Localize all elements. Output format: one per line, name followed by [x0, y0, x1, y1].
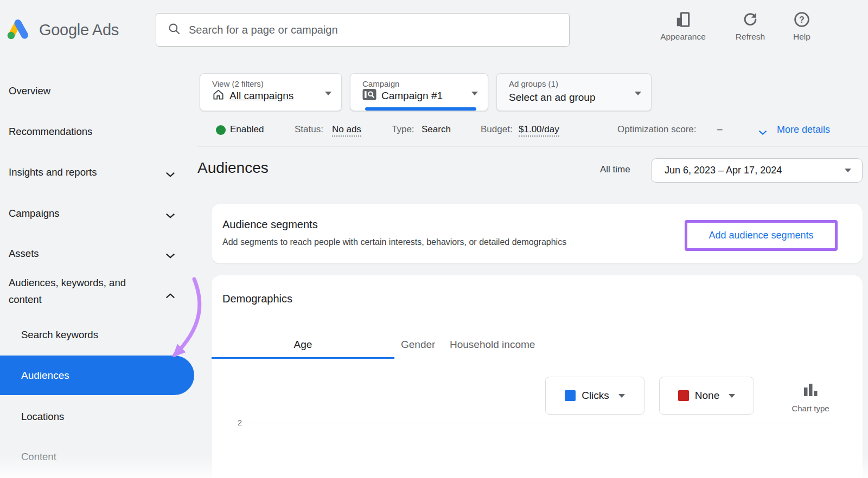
secondary-metric-dropdown[interactable]: None: [659, 377, 754, 415]
budget-label: Budget:: [481, 124, 513, 135]
home-icon: [212, 88, 225, 104]
demographics-card: Demographics Age Gender Household income…: [212, 275, 863, 478]
optimization-score-value: –: [717, 124, 722, 135]
primary-metric-value: Clicks: [582, 390, 609, 402]
campaign-state: Enabled: [230, 124, 264, 135]
ad-group-filter-dropdown[interactable]: Ad groups (1) Select an ad group: [496, 73, 652, 111]
chart-type-button[interactable]: Chart type: [779, 381, 842, 413]
campaign-filter-value: Campaign #1: [381, 90, 443, 102]
dropdown-caret-icon: [729, 394, 735, 398]
ad-group-filter-value: Select an ad group: [509, 92, 596, 104]
view-filter-dropdown[interactable]: View (2 filters) All campaigns: [200, 73, 342, 111]
brand-title: Google Ads: [39, 21, 119, 39]
svg-text:?: ?: [799, 15, 805, 24]
google-ads-logo-icon: [4, 16, 31, 43]
appearance-icon: [653, 10, 713, 29]
chevron-down-icon[interactable]: [165, 170, 175, 179]
chart-gridline: [250, 423, 832, 423]
tab-household-income[interactable]: Household income: [450, 339, 535, 351]
sidebar-item-campaigns[interactable]: Campaigns: [9, 208, 60, 219]
chevron-down-icon[interactable]: [165, 211, 175, 221]
chart-type-label: Chart type: [779, 404, 842, 413]
sidebar-item-content[interactable]: Content: [21, 451, 56, 463]
bar-chart-icon: [802, 392, 819, 401]
sidebar-item-insights-and-reports[interactable]: Insights and reports: [9, 166, 97, 178]
help-button[interactable]: ? Help: [779, 10, 825, 42]
google-ads-logo: Google Ads: [4, 16, 119, 43]
sidebar-item-overview[interactable]: Overview: [9, 85, 50, 97]
enabled-status-dot: [216, 125, 226, 135]
add-audience-segments-button[interactable]: Add audience segments: [709, 230, 813, 241]
topbar: Google Ads Appearance: [0, 0, 868, 60]
dropdown-caret-icon: [618, 394, 625, 398]
optimization-score-label: Optimization score:: [617, 124, 697, 135]
audience-segments-card: Audience segments Add segments to reach …: [212, 204, 863, 263]
refresh-label: Refresh: [727, 32, 774, 42]
ad-group-filter-label: Ad groups (1): [509, 79, 558, 88]
view-filter-value: All campaigns: [229, 90, 293, 102]
date-range-picker[interactable]: Jun 6, 2023 – Apr 17, 2024: [651, 158, 863, 183]
chevron-down-icon[interactable]: [758, 127, 767, 138]
audience-segments-description: Add segments to reach people with certai…: [222, 237, 566, 247]
type-value: Search: [422, 124, 451, 135]
view-filter-label: View (2 filters): [212, 79, 264, 88]
audience-segments-title: Audience segments: [222, 218, 318, 231]
search-input[interactable]: [189, 24, 536, 36]
budget-value[interactable]: $1.00/day: [519, 124, 559, 137]
sidebar-item-recommendations[interactable]: Recommendations: [9, 126, 92, 138]
campaign-icon: [362, 88, 376, 104]
chevron-down-icon[interactable]: [165, 251, 175, 261]
demographics-title: Demographics: [222, 293, 292, 305]
divider: [197, 146, 868, 147]
sidebar-item-search-keywords[interactable]: Search keywords: [21, 329, 98, 341]
campaign-filter-dropdown[interactable]: Campaign Campaign #1: [350, 73, 488, 111]
dropdown-caret-icon: [635, 92, 641, 95]
dropdown-caret-icon: [325, 92, 331, 95]
none-swatch: [678, 390, 689, 401]
clicks-swatch: [565, 390, 576, 401]
annotation-highlight-box: Add audience segments: [685, 220, 838, 251]
appearance-label: Appearance: [653, 32, 713, 42]
more-details-link[interactable]: More details: [777, 124, 830, 135]
sidebar-item-audiences-active[interactable]: Audiences: [0, 356, 194, 395]
help-icon: ?: [779, 10, 825, 29]
active-filter-indicator: [365, 107, 476, 111]
refresh-button[interactable]: Refresh: [727, 10, 774, 42]
page-title: Audiences: [197, 159, 269, 177]
sidebar-item-assets[interactable]: Assets: [9, 248, 39, 260]
dropdown-caret-icon: [471, 92, 478, 95]
active-tab-indicator: [212, 357, 394, 359]
sidebar-item-locations[interactable]: Locations: [21, 411, 64, 423]
status-label: Status:: [295, 124, 323, 135]
dropdown-caret-icon: [845, 169, 851, 172]
sidebar-item-audiences-label: Audiences: [21, 370, 69, 382]
campaign-filter-label: Campaign: [362, 79, 399, 88]
global-search[interactable]: [156, 13, 570, 47]
tab-age[interactable]: Age: [212, 339, 394, 351]
status-value[interactable]: No ads: [332, 124, 361, 137]
refresh-icon: [727, 10, 774, 29]
tab-gender[interactable]: Gender: [401, 339, 435, 351]
help-label: Help: [779, 32, 825, 42]
date-range-shortcut: All time: [600, 164, 630, 175]
primary-metric-dropdown[interactable]: Clicks: [545, 377, 644, 415]
secondary-metric-value: None: [695, 390, 719, 402]
type-label: Type:: [392, 124, 414, 135]
date-range-value: Jun 6, 2023 – Apr 17, 2024: [665, 165, 839, 176]
search-icon: [167, 22, 181, 38]
chevron-up-icon[interactable]: [165, 291, 175, 301]
y-axis-tick: 2: [231, 418, 242, 427]
sidebar-item-audiences-keywords-content[interactable]: Audiences, keywords, and content: [9, 274, 158, 308]
appearance-button[interactable]: Appearance: [653, 10, 713, 42]
